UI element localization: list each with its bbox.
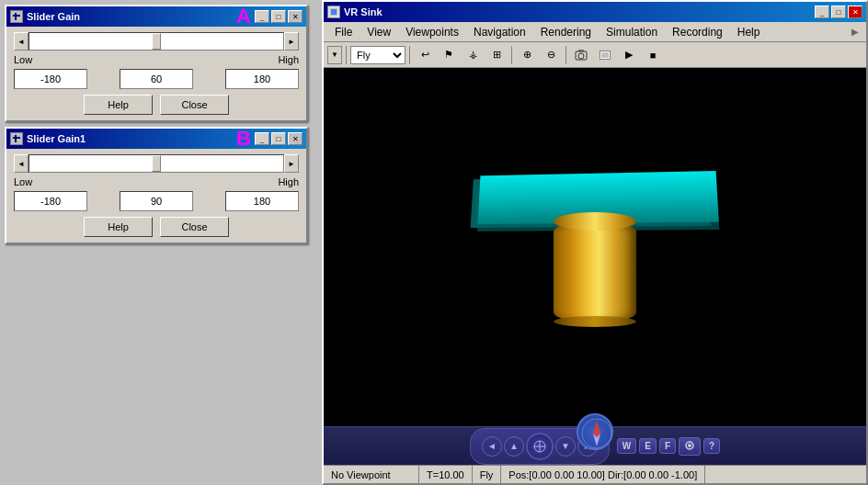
nav-back-btn[interactable]: ◄ [482,436,502,457]
toolbar-zoomin-btn[interactable]: ⊕ [516,45,538,65]
nav-compass [577,413,613,450]
svg-rect-5 [331,9,337,15]
slider-b-title: Slider Gain1 [27,133,86,144]
slider-a-track[interactable] [29,32,284,51]
toolbar-stop-btn[interactable]: ■ [642,45,664,65]
viewport-area: ◄ ▲ ▼ ► W E F [324,68,866,465]
toolbar-capture-btn[interactable] [594,45,616,65]
gold-cylinder [554,221,636,322]
toolbar-zoomout-btn[interactable]: ⊖ [540,45,562,65]
menu-file[interactable]: File [327,24,360,40]
slider-b-mid-input[interactable] [120,191,193,211]
main-titlebar-controls: _ □ ✕ [815,6,862,18]
main-window-icon [327,6,340,18]
slider-b-icon [10,132,23,145]
slider-b-low-high: Low High [14,176,299,187]
slider-a-close[interactable]: ✕ [288,10,303,23]
svg-rect-3 [15,135,17,142]
slider-a-controls: _ □ ✕ [255,10,303,23]
slider-b-maximize[interactable]: □ [271,132,286,145]
svg-rect-8 [578,50,584,52]
slider-a-min-input[interactable] [14,69,87,89]
status-time: T=10.00 [419,466,473,483]
slider-b-thumb[interactable] [152,155,161,172]
slider-a-low-high: Low High [14,54,299,65]
slider-b-right-arrow[interactable]: ► [284,154,299,173]
slider-a-minimize[interactable]: _ [255,10,269,23]
nav-e-btn[interactable]: E [639,438,657,454]
slider-a-right-arrow[interactable]: ► [284,32,299,51]
fly-mode-select[interactable]: Fly Walk Examine [350,46,405,64]
slider-b-letter: B [236,129,251,149]
slider-a-btn-row: Help Close [14,95,299,115]
toolbar: ▼ Fly Walk Examine ↩ ⚑ ⚶ ⊞ ⊕ ⊖ [324,42,866,68]
titlebar-left-b: Slider Gain1 [10,132,86,145]
right-nav-btns: W E F ? [617,437,720,456]
viewer-expand-arrow[interactable]: ▶ [851,27,862,37]
slider-a-mid-input[interactable] [120,69,193,89]
slider-gain-a-window: Slider Gain A _ □ ✕ ◄ ► Low High Help Cl… [5,5,308,122]
slider-b-controls: _ □ ✕ [255,132,303,145]
statusbar: No Viewpoint T=10.00 Fly Pos:[0.00 0.00 … [324,465,866,483]
menu-navigation[interactable]: Navigation [466,24,533,40]
main-maximize[interactable]: □ [831,6,846,18]
toolbar-viewall-btn[interactable]: ⊞ [485,45,508,65]
status-viewpoint: No Viewpoint [327,466,419,483]
viewpoint-dropdown[interactable]: ▼ [327,46,342,64]
slider-b-low-label: Low [14,176,32,187]
nav-settings-btn[interactable] [679,437,701,456]
svg-rect-11 [601,52,609,58]
slider-a-close-btn[interactable]: Close [160,95,229,115]
slider-gain-b-window: Slider Gain1 B _ □ ✕ ◄ ► Low High Help C… [5,127,308,244]
toolbar-record-btn[interactable]: ▶ [618,45,640,65]
slider-a-max-input[interactable] [225,69,299,89]
toolbar-sep-1 [346,46,347,64]
slider-a-maximize[interactable]: □ [271,10,286,23]
slider-b-minimize[interactable]: _ [255,132,269,145]
slider-a-titlebar: Slider Gain A _ □ ✕ [6,6,306,27]
toolbar-flag-btn[interactable]: ⚑ [438,45,460,65]
slider-b-inputs [14,191,299,211]
slider-a-content: ◄ ► Low High Help Close [6,27,306,120]
menu-viewpoints[interactable]: Viewpoints [398,24,466,40]
slider-b-high-label: High [278,176,299,187]
slider-a-help-btn[interactable]: Help [84,95,153,115]
svg-point-19 [688,444,691,447]
nav-help-btn[interactable]: ? [703,438,720,454]
status-position: Pos:[0.00 0.00 10.00] Dir:[0.00 0.00 -1.… [501,466,705,483]
slider-a-icon [10,10,23,23]
nav-w-btn[interactable]: W [617,438,636,454]
nav-f-btn[interactable]: F [659,438,676,454]
main-minimize[interactable]: _ [815,6,829,18]
menu-view[interactable]: View [360,24,398,40]
toolbar-snapshot-btn[interactable] [570,45,592,65]
menu-help[interactable]: Help [730,24,768,40]
toolbar-walk-btn[interactable]: ⚶ [462,45,484,65]
main-titlebar-left: VR Sink [327,6,383,18]
nav-center[interactable] [526,433,554,460]
slider-a-thumb[interactable] [152,33,161,50]
slider-b-min-input[interactable] [14,191,87,211]
slider-b-track-row: ◄ ► [14,154,299,173]
slider-b-track[interactable] [29,154,284,173]
toolbar-return-btn[interactable]: ↩ [414,45,436,65]
slider-b-close[interactable]: ✕ [288,132,303,145]
slider-a-inputs [14,69,299,89]
slider-b-max-input[interactable] [225,191,299,211]
slider-b-close-btn[interactable]: Close [160,217,229,237]
menu-simulation[interactable]: Simulation [599,24,665,40]
nav-up-btn[interactable]: ▲ [504,436,524,457]
main-close[interactable]: ✕ [848,6,862,18]
slider-b-help-btn[interactable]: Help [84,217,153,237]
menu-recording[interactable]: Recording [665,24,730,40]
slider-b-titlebar: Slider Gain1 B _ □ ✕ [6,129,306,149]
nav-down-btn[interactable]: ▼ [555,436,576,457]
svg-point-7 [578,53,584,59]
menu-rendering[interactable]: Rendering [533,24,599,40]
fly-mode-wrapper: Fly Walk Examine [350,46,405,64]
slider-b-left-arrow[interactable]: ◄ [14,154,29,173]
slider-a-track-row: ◄ ► [14,32,299,51]
svg-rect-1 [15,13,17,20]
slider-a-left-arrow[interactable]: ◄ [14,32,29,51]
viewport-3d[interactable] [324,68,866,426]
